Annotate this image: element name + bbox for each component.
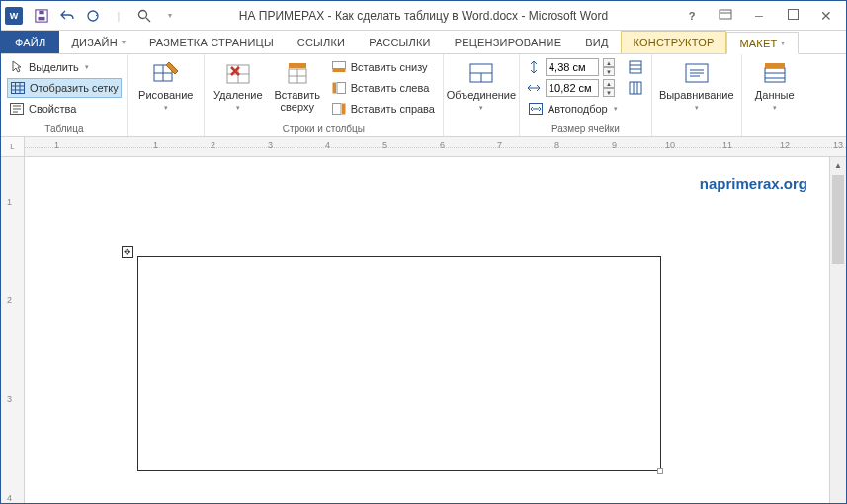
close-icon[interactable]: ✕ [816,8,836,24]
svg-rect-48 [765,68,785,82]
ribbon-display-icon[interactable] [716,9,735,23]
svg-line-5 [146,18,150,22]
qat-customize-icon[interactable]: ▾ [159,5,181,27]
drawing-label: Рисование [138,89,193,101]
maximize-icon[interactable] [783,9,803,22]
tab-maket-label: МАКЕТ [739,38,777,49]
data-button[interactable]: Данные ▾ [748,57,802,114]
vertical-ruler[interactable]: 1 2 3 4 [1,157,25,504]
distribute-rows-icon [628,59,643,75]
ruler-corner: L [1,137,25,156]
chevron-down-icon: ▾ [773,104,777,112]
insert-top-button[interactable]: Вставить сверху [270,57,325,115]
data-label: Данные [755,89,795,101]
tab-view[interactable]: ВИД [573,31,620,53]
svg-rect-9 [12,83,25,94]
ruler-tick: 1 [7,197,12,207]
insert-left-label: Вставить слева [351,82,430,94]
save-icon[interactable] [31,5,52,27]
tab-mailings[interactable]: РАССЫЛКИ [357,31,442,53]
table-move-handle-icon[interactable]: ✥ [122,246,133,258]
delete-button[interactable]: Удаление ▾ [211,57,266,114]
grid-icon [10,80,26,96]
group-merge-label [450,123,513,136]
tab-constructor[interactable]: КОНСТРУКТОР [621,31,727,53]
spinner-down-icon[interactable]: ▼ [603,88,615,97]
spinner-down-icon[interactable]: ▼ [603,67,615,76]
word-app-icon: W [5,7,23,25]
distribute-cols-button[interactable] [626,78,645,98]
row-height-input[interactable] [546,58,599,76]
ruler-tick: 6 [440,140,445,150]
distribute-rows-button[interactable] [626,57,645,77]
svg-rect-51 [765,63,785,68]
vertical-scrollbar[interactable]: ▲ [829,157,846,504]
tab-page-layout[interactable]: РАЗМЕТКА СТРАНИЦЫ [137,31,286,53]
zoom-icon[interactable] [133,5,155,27]
merge-button[interactable]: Объединение ▾ [450,57,513,114]
table-resize-handle-icon[interactable] [657,468,663,474]
svg-rect-8 [788,10,798,20]
alignment-label: Выравнивание [659,89,734,101]
ruler-tick: 4 [7,493,12,503]
scroll-thumb[interactable] [832,175,844,264]
drawing-button[interactable]: Рисование ▾ [134,57,198,114]
spinner-up-icon[interactable]: ▲ [603,58,615,67]
ruler-tick: 13 [833,140,843,150]
svg-rect-2 [39,10,43,14]
properties-button[interactable]: Свойства [7,99,122,119]
svg-rect-29 [332,69,345,72]
window-title: НА ПРИМЕРАХ - Как сделать таблицу в Word… [239,9,608,23]
insert-left-button[interactable]: Вставить слева [329,78,437,98]
col-width-input[interactable] [546,79,599,97]
document-page[interactable]: naprimerax.org ✥ [25,157,829,504]
help-icon[interactable]: ? [682,10,702,22]
alignment-icon [683,59,711,87]
insert-bottom-button[interactable]: Вставить снизу [329,57,437,77]
horizontal-ruler[interactable]: 1 1 2 3 4 5 6 7 8 9 10 11 12 13 [25,137,846,156]
tab-references[interactable]: ССЫЛКИ [286,31,357,53]
svg-point-4 [139,10,147,18]
ruler-tick: 10 [665,140,675,150]
redo-icon[interactable] [82,5,104,27]
watermark-text: naprimerax.org [700,175,807,192]
group-rows-cols-label: Строки и столбцы [211,123,437,136]
svg-rect-41 [630,82,641,94]
svg-rect-33 [342,104,346,115]
insert-bottom-icon [331,59,347,75]
autofit-button[interactable]: Автоподбор ▾ [526,99,620,119]
tab-review[interactable]: РЕЦЕНЗИРОВАНИЕ [443,31,574,53]
chevron-down-icon: ▾ [781,39,785,47]
insert-bottom-label: Вставить снизу [351,61,428,73]
minimize-icon[interactable]: ─ [749,10,769,22]
svg-rect-38 [630,61,641,73]
group-cellsize-label: Размер ячейки [526,123,645,136]
ruler-tick: 11 [722,140,732,150]
ruler-tick: 4 [325,140,330,150]
chevron-down-icon: ▾ [85,63,89,71]
ruler-tick: 2 [211,140,215,150]
insert-left-icon [331,80,347,96]
merge-label: Объединение [447,89,516,101]
insert-top-icon [284,59,311,87]
svg-rect-30 [337,83,346,94]
group-data-label [748,123,802,136]
tab-file[interactable]: ФАЙЛ [1,31,59,53]
show-grid-button[interactable]: Отобразить сетку [7,78,122,98]
tab-design[interactable]: ДИЗАЙН▾ [59,31,137,53]
tab-maket[interactable]: МАКЕТ▾ [726,32,798,54]
ruler-tick: 12 [780,140,790,150]
data-icon [761,59,789,87]
spinner-up-icon[interactable]: ▲ [603,79,615,88]
insert-right-button[interactable]: Вставить справа [329,99,437,119]
scroll-up-icon[interactable]: ▲ [830,157,846,173]
undo-icon[interactable] [56,5,78,27]
document-table[interactable] [137,256,661,471]
alignment-button[interactable]: Выравнивание ▾ [658,57,735,114]
properties-icon [9,101,25,117]
ruler-tick: 9 [612,140,617,150]
ruler-tick: 8 [554,140,559,150]
ruler-tick: 1 [54,140,59,150]
select-button[interactable]: Выделить ▾ [7,57,122,77]
distribute-cols-icon [628,80,643,96]
